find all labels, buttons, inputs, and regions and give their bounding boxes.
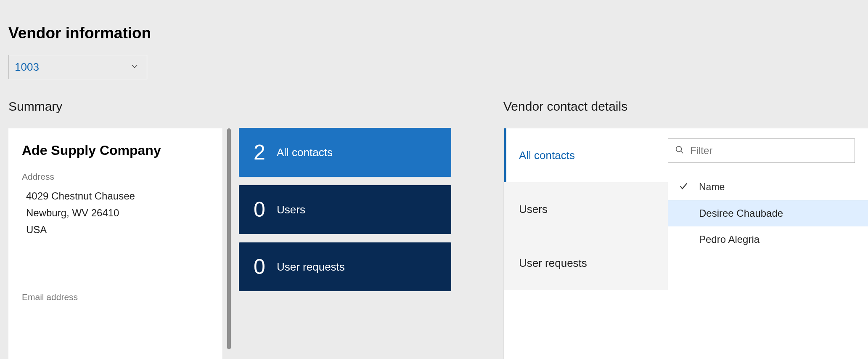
filter-box[interactable] [668,138,855,163]
tile-all-contacts[interactable]: 2 All contacts [239,128,451,177]
address-label: Address [22,172,209,182]
tile-users[interactable]: 0 Users [239,185,451,234]
details-section: Vendor contact details All contacts User… [503,99,868,359]
name-column-header[interactable]: Name [699,181,725,193]
tile-count: 0 [239,197,277,222]
filter-input[interactable] [690,145,848,157]
contact-table: Name Desiree Chaubade Pedro Alegria [668,174,868,253]
chevron-down-icon [130,61,139,72]
tile-label: All contacts [277,146,333,159]
search-icon [675,145,684,156]
tab-user-requests[interactable]: User requests [504,236,668,290]
summary-section: Summary Ade Supply Company Address 4029 … [0,99,503,359]
address-line: 4029 Chestnut Chausee [26,188,209,205]
email-label: Email address [22,292,209,302]
address-line: Newburg, WV 26410 [26,205,209,221]
summary-heading: Summary [8,99,503,114]
tile-count: 0 [239,255,277,279]
table-row[interactable]: Pedro Alegria [668,226,868,253]
tab-users[interactable]: Users [504,182,668,236]
scrollbar[interactable] [227,128,231,349]
side-tabs: All contacts Users User requests [504,128,668,359]
table-header: Name [668,174,868,200]
details-heading: Vendor contact details [503,99,868,114]
tile-count: 2 [239,140,277,165]
tile-label: User requests [277,261,345,274]
vendor-select[interactable]: 1003 [8,55,147,79]
svg-line-1 [681,151,683,154]
check-column-header[interactable] [668,181,699,193]
address-line: USA [26,221,209,238]
summary-card: Ade Supply Company Address 4029 Chestnut… [8,128,223,359]
details-panel: All contacts Users User requests [503,128,868,359]
tile-label: Users [277,203,305,216]
svg-point-0 [676,146,682,152]
company-name: Ade Supply Company [22,143,209,158]
address-block: 4029 Chestnut Chausee Newburg, WV 26410 … [22,188,209,238]
tab-all-contacts[interactable]: All contacts [504,128,668,182]
check-icon [679,181,688,193]
page-title: Vendor information [0,0,868,42]
vendor-select-value: 1003 [15,61,39,74]
tile-user-requests[interactable]: 0 User requests [239,242,451,291]
table-row[interactable]: Desiree Chaubade [668,200,868,226]
tile-stack: 2 All contacts 0 Users 0 User requests [239,128,451,359]
